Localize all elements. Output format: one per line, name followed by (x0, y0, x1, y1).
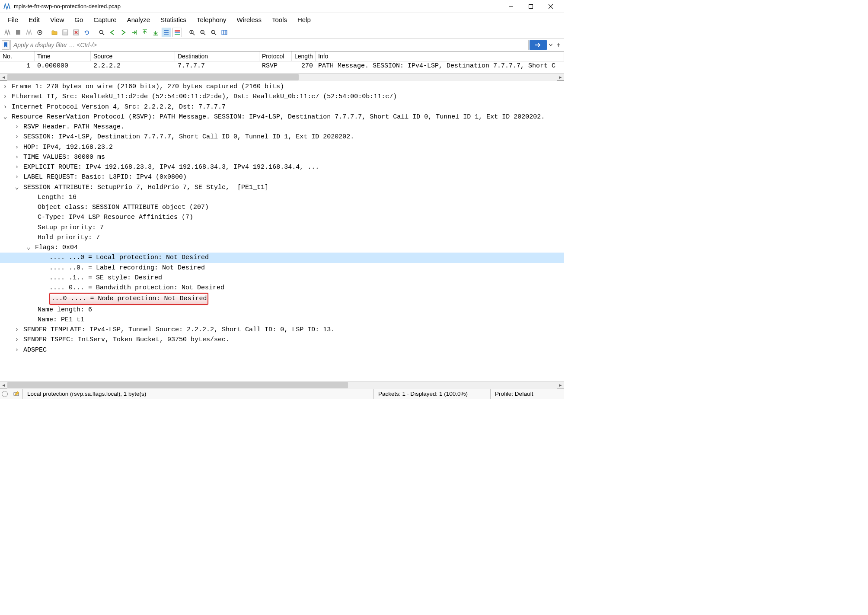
tree-flag-bandwidth-protection[interactable]: .... 0... = Bandwidth protection: Not De… (0, 283, 564, 293)
go-last-icon[interactable] (151, 28, 160, 37)
col-header-time[interactable]: Time (35, 51, 91, 61)
go-back-icon[interactable] (108, 28, 117, 37)
scroll-left-icon[interactable]: ◄ (0, 381, 7, 389)
display-filter-input[interactable] (10, 40, 529, 50)
close-button[interactable] (541, 0, 561, 13)
tree-sattr-object-class[interactable]: Object class: SESSION ATTRIBUTE object (… (0, 202, 564, 212)
svg-line-31 (214, 33, 216, 35)
svg-rect-33 (222, 30, 223, 35)
auto-scroll-icon[interactable] (162, 28, 171, 37)
wireshark-fin-icon (3, 3, 10, 10)
tree-ip[interactable]: › Internet Protocol Version 4, Src: 2.2.… (0, 102, 564, 112)
maximize-button[interactable] (521, 0, 541, 13)
cell-info: PATH Message. SESSION: IPv4-LSP, Destina… (316, 62, 564, 70)
menu-go[interactable]: Go (69, 14, 88, 25)
reload-icon[interactable] (82, 28, 92, 37)
scroll-right-icon[interactable]: ► (557, 74, 564, 81)
tree-adspec[interactable]: › ADSPEC (0, 345, 564, 355)
svg-rect-8 (64, 30, 67, 32)
svg-rect-4 (16, 30, 20, 35)
go-first-icon[interactable] (140, 28, 150, 37)
tree-sattr-hold-priority[interactable]: Hold priority: 7 (0, 233, 564, 243)
filter-dropdown-icon[interactable] (548, 44, 554, 46)
tree-sattr-name-length[interactable]: Name length: 6 (0, 305, 564, 315)
zoom-out-icon[interactable] (198, 28, 207, 37)
tree-frame[interactable]: › Frame 1: 270 bytes on wire (2160 bits)… (0, 82, 564, 92)
window-controls (501, 0, 561, 13)
details-hscroll[interactable]: ◄ ► (0, 381, 564, 388)
tree-ethernet[interactable]: › Ethernet II, Src: RealtekU_11:d2:de (5… (0, 92, 564, 102)
menu-file[interactable]: File (3, 14, 23, 25)
statusbar: Local protection (rsvp.sa.flags.local), … (0, 388, 564, 399)
edit-capture-comment-icon[interactable] (10, 391, 22, 397)
svg-line-28 (204, 33, 205, 35)
restart-capture-icon[interactable] (24, 28, 34, 37)
status-profile[interactable]: Profile: Default (491, 389, 564, 399)
tree-time-values[interactable]: › TIME VALUES: 30000 ms (0, 152, 564, 162)
colorize-icon[interactable] (172, 28, 182, 37)
tree-explicit-route[interactable]: › EXPLICIT ROUTE: IPv4 192.168.23.3, IPv… (0, 162, 564, 172)
packet-row[interactable]: 1 0.000000 2.2.2.2 7.7.7.7 RSVP 270 PATH… (0, 61, 564, 70)
go-to-packet-icon[interactable] (129, 28, 139, 37)
tree-hop[interactable]: › HOP: IPv4, 192.168.23.2 (0, 142, 564, 152)
tree-sender-template[interactable]: › SENDER TEMPLATE: IPv4-LSP, Tunnel Sour… (0, 325, 564, 335)
main-toolbar: 1 (0, 26, 564, 39)
go-forward-icon[interactable] (118, 28, 128, 37)
expert-info-icon[interactable] (2, 391, 8, 397)
tree-flag-local-protection[interactable]: .... ...0 = Local protection: Not Desire… (0, 253, 564, 263)
tree-sattr-ctype[interactable]: C-Type: IPv4 LSP Resource Affinities (7) (0, 212, 564, 222)
tree-sattr-setup-priority[interactable]: Setup priority: 7 (0, 223, 564, 233)
menu-wireless[interactable]: Wireless (231, 14, 267, 25)
menu-help[interactable]: Help (292, 14, 316, 25)
tree-sattr-flags[interactable]: ⌄ Flags: 0x04 (0, 243, 564, 253)
capture-options-icon[interactable] (35, 28, 45, 37)
zoom-in-icon[interactable] (187, 28, 197, 37)
open-file-icon[interactable] (50, 28, 59, 37)
col-header-length[interactable]: Length (292, 51, 316, 61)
tree-label-request[interactable]: › LABEL REQUEST: Basic: L3PID: IPv4 (0x0… (0, 172, 564, 182)
menu-view[interactable]: View (45, 14, 69, 25)
cell-time: 0.000000 (35, 62, 91, 70)
packet-details-pane[interactable]: › Frame 1: 270 bytes on wire (2160 bits)… (0, 81, 564, 381)
col-header-destination[interactable]: Destination (175, 51, 259, 61)
tree-sattr-name[interactable]: Name: PE1_t1 (0, 315, 564, 325)
tree-session[interactable]: › SESSION: IPv4-LSP, Destination 7.7.7.7… (0, 132, 564, 142)
col-header-info[interactable]: Info (316, 51, 564, 61)
zoom-reset-icon[interactable]: 1 (209, 28, 218, 37)
scroll-right-icon[interactable]: ► (557, 381, 564, 389)
menu-statistics[interactable]: Statistics (155, 14, 191, 25)
col-header-no[interactable]: No. (0, 51, 35, 61)
tree-sattr-length[interactable]: Length: 16 (0, 192, 564, 202)
tree-flag-node-protection[interactable]: ...0 .... = Node protection: Not Desired (49, 293, 208, 304)
menu-telephony[interactable]: Telephony (191, 14, 231, 25)
cell-protocol: RSVP (259, 62, 292, 70)
resize-columns-icon[interactable] (220, 28, 229, 37)
find-packet-icon[interactable] (97, 28, 106, 37)
menu-tools[interactable]: Tools (267, 14, 292, 25)
apply-filter-button[interactable] (530, 40, 547, 50)
close-file-icon[interactable] (71, 28, 81, 37)
svg-point-6 (39, 32, 41, 33)
tree-flag-label-recording[interactable]: .... ..0. = Label recording: Not Desired (0, 263, 564, 273)
tree-rsvp[interactable]: ⌄ Resource ReserVation Protocol (RSVP): … (0, 112, 564, 122)
menu-capture[interactable]: Capture (88, 14, 121, 25)
packet-list-hscroll[interactable]: ◄ ► (0, 73, 564, 80)
start-capture-icon[interactable] (3, 28, 12, 37)
status-packet-count: Packets: 1 · Displayed: 1 (100.0%) (374, 389, 491, 399)
save-file-icon[interactable] (61, 28, 70, 37)
menu-analyze[interactable]: Analyze (122, 14, 155, 25)
menu-edit[interactable]: Edit (23, 14, 45, 25)
cell-source: 2.2.2.2 (91, 62, 175, 70)
tree-flag-se-style[interactable]: .... .1.. = SE style: Desired (0, 273, 564, 283)
col-header-source[interactable]: Source (91, 51, 175, 61)
add-filter-button[interactable]: + (555, 40, 562, 50)
tree-sender-tspec[interactable]: › SENDER TSPEC: IntServ, Token Bucket, 9… (0, 335, 564, 345)
tree-session-attribute[interactable]: ⌄ SESSION ATTRIBUTE: SetupPrio 7, HoldPr… (0, 183, 564, 192)
svg-rect-22 (175, 34, 180, 35)
scroll-left-icon[interactable]: ◄ (0, 74, 7, 81)
filter-bookmark-icon[interactable] (2, 40, 10, 50)
stop-capture-icon[interactable] (13, 28, 23, 37)
col-header-protocol[interactable]: Protocol (259, 51, 292, 61)
minimize-button[interactable] (501, 0, 521, 13)
tree-rsvp-header[interactable]: › RSVP Header. PATH Message. (0, 122, 564, 132)
